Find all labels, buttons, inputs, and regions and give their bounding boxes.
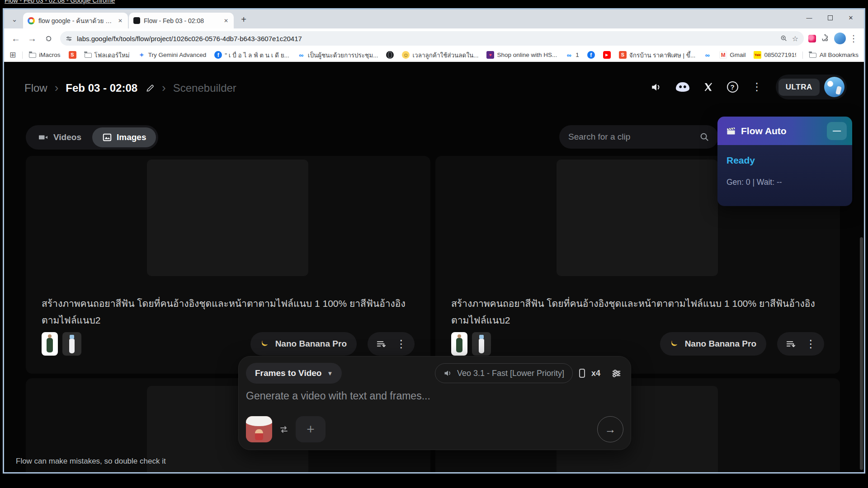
clip-search-input[interactable] (568, 132, 695, 142)
url-bar[interactable]: labs.google/fx/tools/flow/project/1026c0… (60, 31, 804, 46)
extension-icon[interactable] (808, 35, 816, 42)
browser-tab-flow[interactable]: Flow - Feb 03 - 02:08 ✕ (129, 13, 234, 28)
bookmark-item[interactable]: เป็นผู้ชนะด้วยการประชุม... (297, 50, 378, 60)
url-text: labs.google/fx/tools/flow/project/1026c0… (77, 35, 776, 42)
bookmark-item[interactable]: Try Gemini Advanced (138, 51, 207, 59)
flow-auto-stats: Gen: 0 | Wait: -- (726, 178, 843, 187)
reload-icon (45, 35, 52, 42)
generated-image[interactable] (147, 160, 308, 276)
tab-close-icon[interactable]: ✕ (222, 17, 230, 25)
breadcrumb-page[interactable]: Scenebuilder (173, 82, 236, 94)
new-tab-button[interactable]: + (237, 13, 250, 26)
scrollbar[interactable] (860, 237, 863, 470)
folder-icon (85, 53, 92, 58)
bookmark-item[interactable] (587, 51, 595, 59)
aspect-ratio-icon[interactable] (579, 369, 585, 378)
model-pill[interactable]: Nano Banana Pro (250, 332, 357, 356)
tab-close-icon[interactable]: ✕ (116, 17, 124, 25)
help-icon[interactable]: ? (727, 81, 738, 93)
clip-search[interactable] (559, 125, 718, 149)
maximize-icon (828, 15, 833, 20)
bookmark-star-icon[interactable]: ☆ (792, 34, 798, 43)
swap-frames-icon[interactable] (278, 424, 289, 435)
forward-button[interactable]: → (25, 31, 39, 46)
all-bookmarks-label: All Bookmarks (820, 52, 859, 58)
user-avatar[interactable] (824, 77, 844, 97)
back-button[interactable]: ← (9, 31, 23, 46)
all-bookmarks-button[interactable]: All Bookmarks (809, 52, 859, 58)
bookmark-item[interactable]: จักรบ้าน ราคาพิเศษ | ขึ้... (619, 50, 695, 60)
tab-images[interactable]: Images (92, 127, 156, 147)
tune-icon[interactable] (611, 368, 622, 379)
bookmark-item[interactable]: 1 (565, 51, 579, 59)
site-info-icon[interactable] (66, 35, 72, 42)
breadcrumb: Flow › Feb 03 - 02:08 › Scenebuilder (24, 81, 236, 95)
bookmark-label: Shop online with HS... (497, 52, 557, 58)
extensions-puzzle-icon[interactable] (818, 31, 832, 46)
flow-auto-minimize-button[interactable]: — (827, 122, 847, 140)
bookmark-item[interactable] (386, 51, 394, 59)
zoom-page-icon[interactable] (780, 35, 788, 42)
volume-icon[interactable] (651, 81, 662, 93)
generated-image[interactable] (557, 160, 718, 276)
folder-icon (809, 53, 816, 58)
videocam-icon (38, 132, 49, 143)
mode-dropdown[interactable]: Frames to Video ▼ (246, 363, 342, 384)
project-title[interactable]: Feb 03 - 02:08 (66, 82, 137, 94)
bookmark-item[interactable]: iMacros (29, 52, 60, 58)
bookmark-item[interactable]: 0850271919 (754, 51, 796, 59)
gemini-icon (138, 51, 146, 59)
reload-button[interactable] (41, 31, 56, 46)
discord-icon[interactable] (676, 82, 689, 92)
audio-icon (443, 369, 453, 378)
more-options-icon[interactable]: ⋮ (752, 81, 762, 93)
bookmark-item[interactable]: เวลาลูกค้าใช้ส่วนลดใน... (402, 50, 478, 60)
reference-thumb-person[interactable] (451, 332, 467, 356)
reference-thumb-toothpaste[interactable] (62, 332, 81, 356)
composer: Frames to Video ▼ Veo 3.1 - Fast [Lower … (238, 356, 631, 450)
minimize-button[interactable]: — (799, 9, 820, 26)
bookmark-item[interactable] (703, 51, 711, 59)
prompt-caption: สร้างภาพคนถอยาสีฟัน โดยที่คนอ้างอิงชุดแล… (451, 295, 823, 328)
add-to-queue-icon[interactable] (785, 339, 796, 349)
maximize-button[interactable] (820, 9, 840, 26)
prompt-input[interactable] (246, 390, 623, 402)
image-card[interactable]: สร้างภาพคนถอยาสีฟัน โดยที่คนอ้างอิงชุดแล… (26, 156, 430, 374)
model-pill[interactable]: Nano Banana Pro (660, 332, 766, 356)
profile-avatar[interactable] (834, 33, 846, 44)
banana-icon (670, 339, 680, 349)
bookmark-item[interactable]: โฟลเดอร์ใหม่ (85, 50, 130, 60)
bookmark-item[interactable]: Shop online with HS... (486, 51, 557, 59)
tab-videos[interactable]: Videos (28, 127, 91, 147)
close-button[interactable]: ✕ (840, 9, 861, 26)
apps-grid-icon[interactable]: ⊞ (9, 50, 16, 60)
output-count[interactable]: x4 (591, 369, 600, 378)
tab-videos-label: Videos (53, 132, 81, 142)
card-footer: Nano Banana Pro ⋮ (42, 332, 415, 356)
card-menu-icon[interactable]: ⋮ (806, 338, 816, 350)
attached-frame-thumb[interactable] (246, 416, 272, 442)
edit-title-icon[interactable] (146, 84, 155, 93)
model-selector[interactable]: Veo 3.1 - Fast [Lower Priority] (435, 363, 573, 383)
bookmark-label: Try Gemini Advanced (148, 52, 207, 58)
tab-search-button[interactable]: ⌄ (8, 13, 21, 26)
tab-strip: ⌄ flow google - ค้นหาด้วย Google ✕ Flow … (4, 9, 864, 28)
prompt-input-wrap (246, 390, 623, 402)
browser-menu-icon[interactable]: ⋮ (848, 33, 859, 44)
bookmark-item[interactable]: " เ บื่ อ ไ ล ฟ์ ต น เ ดี ย... (214, 50, 289, 60)
browser-tab-search[interactable]: flow google - ค้นหาด้วย Google ✕ (23, 13, 128, 28)
generate-button[interactable]: → (597, 416, 623, 442)
add-frame-button[interactable]: + (296, 416, 326, 442)
card-menu-icon[interactable]: ⋮ (396, 338, 406, 350)
bookmark-item[interactable]: Gmail (719, 51, 745, 59)
reference-thumb-toothpaste[interactable] (472, 332, 491, 356)
flow-auto-header[interactable]: Flow Auto — (717, 117, 852, 145)
bookmark-item[interactable] (603, 51, 611, 59)
account-pill: ULTRA (776, 75, 847, 99)
x-twitter-icon[interactable] (703, 82, 713, 92)
reference-thumb-person[interactable] (42, 332, 58, 356)
gmail-icon (719, 51, 727, 59)
bookmark-item[interactable] (69, 51, 76, 59)
breadcrumb-home[interactable]: Flow (24, 82, 47, 94)
add-to-queue-icon[interactable] (376, 339, 386, 349)
